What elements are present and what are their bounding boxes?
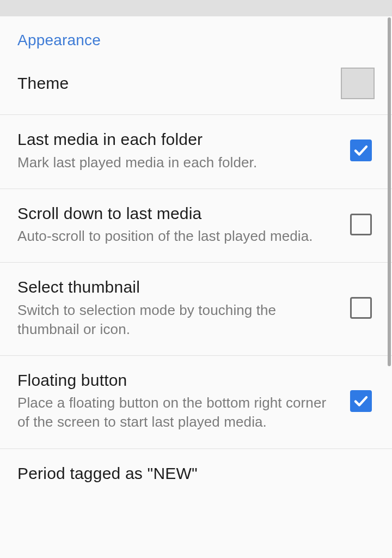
settings-content: Appearance Theme Last media in each fold… — [0, 16, 392, 558]
setting-title-theme: Theme — [17, 73, 328, 94]
scrollbar[interactable] — [388, 17, 391, 366]
setting-row-last-media[interactable]: Last media in each folder Mark last play… — [0, 114, 392, 189]
check-icon — [353, 142, 369, 159]
setting-title-scroll-down: Scroll down to last media — [17, 203, 334, 224]
setting-row-floating-button[interactable]: Floating button Place a floating button … — [0, 355, 392, 448]
setting-title-floating-button: Floating button — [17, 370, 334, 391]
setting-control — [347, 214, 375, 235]
setting-control — [341, 68, 375, 99]
checkbox-select-thumbnail[interactable] — [350, 297, 372, 319]
setting-row-scroll-down[interactable]: Scroll down to last media Auto-scroll to… — [0, 189, 392, 263]
checkbox-last-media[interactable] — [350, 140, 372, 161]
setting-control — [347, 297, 375, 319]
check-icon — [353, 393, 369, 409]
setting-control — [347, 140, 375, 161]
setting-desc-select-thumbnail: Switch to selection mode by touching the… — [17, 301, 334, 339]
setting-text: Last media in each folder Mark last play… — [17, 129, 347, 172]
checkbox-floating-button[interactable] — [350, 390, 372, 412]
checkbox-scroll-down[interactable] — [350, 214, 372, 235]
setting-desc-scroll-down: Auto-scroll to position of the last play… — [17, 227, 334, 246]
setting-desc-last-media: Mark last played media in each folder. — [17, 153, 334, 172]
setting-text: Select thumbnail Switch to selection mod… — [17, 277, 347, 339]
setting-title-select-thumbnail: Select thumbnail — [17, 277, 334, 298]
setting-desc-floating-button: Place a floating button on the bottom ri… — [17, 393, 334, 432]
setting-row-theme[interactable]: Theme — [0, 58, 392, 114]
status-bar — [0, 0, 392, 16]
setting-title-last-media: Last media in each folder — [17, 129, 334, 150]
section-header-appearance: Appearance — [0, 16, 392, 58]
setting-text: Period tagged as "NEW" — [17, 463, 375, 484]
setting-row-period-new[interactable]: Period tagged as "NEW" — [0, 448, 392, 500]
theme-swatch[interactable] — [341, 68, 375, 99]
setting-title-period-new: Period tagged as "NEW" — [17, 463, 362, 484]
setting-control — [347, 390, 375, 412]
setting-text: Theme — [17, 73, 341, 94]
setting-row-select-thumbnail[interactable]: Select thumbnail Switch to selection mod… — [0, 262, 392, 355]
setting-text: Scroll down to last media Auto-scroll to… — [17, 203, 347, 246]
setting-text: Floating button Place a floating button … — [17, 370, 347, 432]
